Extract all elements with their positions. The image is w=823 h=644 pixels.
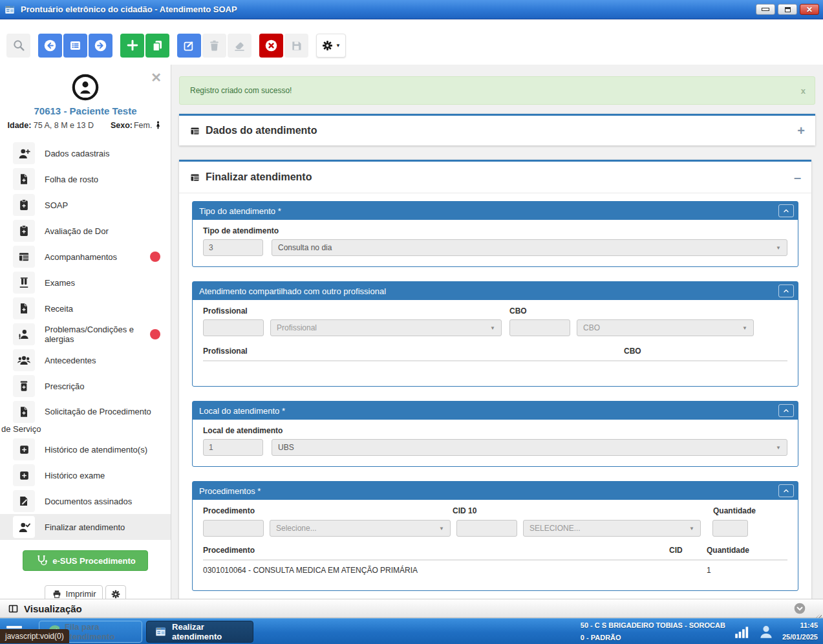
collapse-section-button[interactable] <box>778 204 794 217</box>
sidebar-item-solicitacao-procedimento[interactable]: Solicitação de Procedimento de Serviço <box>0 399 171 436</box>
record-list-button[interactable] <box>63 34 87 58</box>
unit-name: 50 - C S BRIGADEIRO TOBIAS - SOROCAB <box>581 619 725 632</box>
success-alert: Registro criado com sucesso! x <box>179 76 815 105</box>
sidebar-item-antecedentes[interactable]: Antecedentes <box>0 347 171 373</box>
user-icon[interactable] <box>758 623 775 640</box>
panel-title: Dados do atendimento <box>206 125 317 136</box>
copy-icon <box>151 39 164 52</box>
sidebar-item-problemas-condicoes-alergias[interactable]: Problemas/Condições e alergias <box>0 321 171 347</box>
print-button[interactable]: Imprimir <box>45 585 103 599</box>
sidebar-close-icon[interactable]: ✕ <box>151 71 162 84</box>
section-local-do-atendimento: Local do atendimento * Local de atendime… <box>192 401 798 467</box>
section-header: Procedimentos * <box>193 482 798 500</box>
section-tipo-do-atendimento: Tipo do atendimento * Tipo de atendiment… <box>192 201 798 267</box>
visualizacao-bar[interactable]: Visualização <box>0 599 823 618</box>
search-icon <box>12 38 26 52</box>
procedimento-select[interactable]: Selecione... ▼ <box>270 520 451 537</box>
female-icon <box>153 120 163 130</box>
square-plus-icon <box>13 438 35 460</box>
chevron-up-icon <box>782 407 790 414</box>
minimize-button[interactable] <box>756 4 775 15</box>
expand-icon[interactable]: + <box>797 124 805 137</box>
file-plus-icon <box>13 168 35 190</box>
clear-button[interactable] <box>228 34 251 58</box>
sidebar-item-avaliacao-de-dor[interactable]: Avaliação de Dor <box>0 218 171 244</box>
pill-bottle-icon <box>13 375 35 397</box>
sidebar-item-documentos-assinados[interactable]: Documentos assinados <box>0 488 171 514</box>
cancel-button[interactable] <box>259 34 283 58</box>
stethoscope-icon <box>35 554 48 567</box>
app-window-icon <box>4 4 16 16</box>
local-code-input[interactable] <box>203 439 263 456</box>
chevron-down-circle-icon[interactable] <box>793 602 806 615</box>
table-header-row: Profissional CBO <box>203 347 787 356</box>
square-plus-icon <box>13 464 35 486</box>
notification-badge <box>150 252 160 262</box>
sex-label: Sexo: <box>111 121 133 130</box>
previous-record-button[interactable] <box>38 34 62 58</box>
field-label: CBO <box>509 306 754 316</box>
collapse-section-button[interactable] <box>778 404 794 417</box>
section-header: Local do atendimento * <box>193 402 798 420</box>
next-record-button[interactable] <box>89 34 112 58</box>
tipo-select[interactable]: Consulta no dia ▼ <box>272 239 787 256</box>
edit-button[interactable] <box>177 34 201 58</box>
task-realizar-atendimento[interactable]: Realizar atendimento <box>146 621 253 643</box>
person-alert-icon <box>13 323 35 345</box>
copy-button[interactable] <box>145 34 169 58</box>
local-select[interactable]: UBS ▼ <box>272 439 787 456</box>
section-procedimentos: Procedimentos * Procedimento CID 10 Quan… <box>192 481 798 591</box>
caret-down-icon: ▼ <box>336 43 341 48</box>
panel-finalizar-atendimento: Finalizar atendimento – Tipo do atendime… <box>179 160 811 599</box>
cid10-code-input[interactable] <box>456 520 517 537</box>
profissional-select[interactable]: Profissional ▼ <box>270 319 502 336</box>
add-button[interactable] <box>120 34 144 58</box>
sidebar-item-historico-exame[interactable]: Histórico exame <box>0 462 171 488</box>
procedimento-code-input[interactable] <box>203 520 264 537</box>
age-value: 75 A, 8 M e 13 D <box>34 121 94 130</box>
section-header: Atendimento compartilhado com outro prof… <box>193 282 798 300</box>
cbo-code-input[interactable] <box>509 319 570 336</box>
patient-avatar <box>0 74 171 101</box>
collapse-section-button[interactable] <box>778 484 794 497</box>
panel-header[interactable]: Finalizar atendimento – <box>179 162 811 193</box>
field-label: CID 10 <box>453 506 476 515</box>
collapse-icon[interactable]: – <box>794 171 801 184</box>
panel-dados-do-atendimento[interactable]: Dados do atendimento + <box>179 114 815 145</box>
sex-value: Fem. <box>134 121 152 130</box>
clipboard-plus-icon <box>13 220 35 242</box>
edit-icon <box>182 39 196 52</box>
trash-icon <box>208 39 221 52</box>
sidebar-item-acompanhamentos[interactable]: Acompanhamentos <box>0 244 171 270</box>
table-icon <box>13 246 35 268</box>
sidebar-item-receita[interactable]: Receita <box>0 295 171 321</box>
search-button[interactable] <box>6 34 30 58</box>
sidebar-item-finalizar-atendimento[interactable]: Finalizar atendimento <box>0 514 171 540</box>
close-window-button[interactable]: ✕ <box>800 4 819 15</box>
alert-message: Registro criado com sucesso! <box>190 86 292 95</box>
cbo-select[interactable]: CBO ▼ <box>577 319 754 336</box>
dropdown-arrow-icon: ▼ <box>742 325 747 331</box>
settings-menu-button[interactable]: ▼ <box>316 34 346 58</box>
sidebar-item-soap[interactable]: SOAP <box>0 192 171 218</box>
print-settings-button[interactable] <box>105 585 126 599</box>
tipo-code-input[interactable] <box>203 239 263 256</box>
save-button[interactable] <box>284 34 308 58</box>
sidebar-item-folha-de-rosto[interactable]: Folha de rosto <box>0 166 171 192</box>
delete-button[interactable] <box>202 34 226 58</box>
maximize-button[interactable] <box>778 4 797 15</box>
collapse-section-button[interactable] <box>778 284 794 297</box>
sidebar-item-historico-atendimentos[interactable]: Histórico de atendimento(s) <box>0 436 171 462</box>
cid10-select[interactable]: SELECIONE... ▼ <box>523 520 701 537</box>
quantidade-input[interactable] <box>712 520 748 537</box>
table-row[interactable]: 0301010064 - CONSULTA MEDICA EM ATENÇÃO … <box>203 561 787 580</box>
sidebar-item-prescricao[interactable]: Prescrição <box>0 373 171 399</box>
table-header-row: Procedimento CID Quantidade <box>203 546 787 555</box>
profissional-code-input[interactable] <box>203 319 264 336</box>
cid-cell <box>669 566 707 575</box>
alert-close-icon[interactable]: x <box>801 86 806 96</box>
esus-procedimento-button[interactable]: e-SUS Procedimento <box>23 550 148 571</box>
sidebar-item-dados-cadastrais[interactable]: Dados cadastrais <box>0 140 171 166</box>
sidebar-item-exames[interactable]: Exames <box>0 270 171 295</box>
notification-badge <box>150 329 160 339</box>
